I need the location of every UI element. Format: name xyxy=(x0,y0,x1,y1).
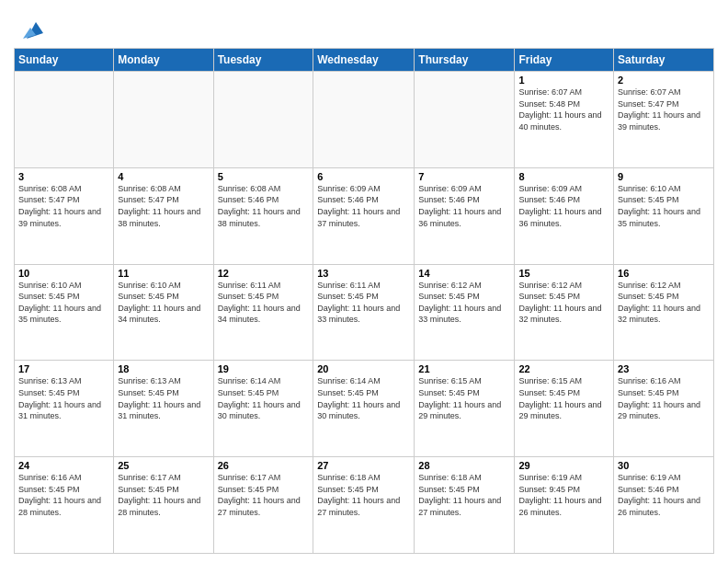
logo-text xyxy=(14,13,45,40)
calendar-cell: 9Sunrise: 6:10 AM Sunset: 5:45 PM Daylig… xyxy=(614,167,714,264)
day-number: 10 xyxy=(18,268,109,279)
day-info: Sunrise: 6:10 AM Sunset: 5:45 PM Dayligh… xyxy=(618,183,710,229)
day-number: 23 xyxy=(618,363,710,374)
day-info: Sunrise: 6:07 AM Sunset: 5:48 PM Dayligh… xyxy=(518,86,609,132)
calendar-cell: 23Sunrise: 6:16 AM Sunset: 5:45 PM Dayli… xyxy=(614,361,714,457)
calendar-cell: 15Sunrise: 6:12 AM Sunset: 5:45 PM Dayli… xyxy=(515,264,614,361)
calendar-cell: 29Sunrise: 6:19 AM Sunset: 9:45 PM Dayli… xyxy=(515,457,614,554)
calendar-cell: 25Sunrise: 6:17 AM Sunset: 5:45 PM Dayli… xyxy=(114,457,213,554)
day-info: Sunrise: 6:16 AM Sunset: 5:45 PM Dayligh… xyxy=(618,375,710,421)
calendar-cell xyxy=(213,72,313,168)
calendar-cell: 1Sunrise: 6:07 AM Sunset: 5:48 PM Daylig… xyxy=(515,72,614,168)
calendar-cell: 26Sunrise: 6:17 AM Sunset: 5:45 PM Dayli… xyxy=(213,457,313,554)
day-info: Sunrise: 6:13 AM Sunset: 5:45 PM Dayligh… xyxy=(118,375,209,421)
calendar-cell: 4Sunrise: 6:08 AM Sunset: 5:47 PM Daylig… xyxy=(114,167,213,264)
day-number: 5 xyxy=(218,171,310,182)
calendar-cell: 12Sunrise: 6:11 AM Sunset: 5:45 PM Dayli… xyxy=(213,264,313,361)
day-info: Sunrise: 6:09 AM Sunset: 5:46 PM Dayligh… xyxy=(518,183,609,229)
calendar-cell: 22Sunrise: 6:15 AM Sunset: 5:45 PM Dayli… xyxy=(515,361,614,457)
calendar: SundayMondayTuesdayWednesdayThursdayFrid… xyxy=(14,48,714,554)
calendar-header-row: SundayMondayTuesdayWednesdayThursdayFrid… xyxy=(15,49,714,72)
calendar-cell xyxy=(415,72,515,168)
day-number: 15 xyxy=(518,268,609,279)
calendar-cell: 11Sunrise: 6:10 AM Sunset: 5:45 PM Dayli… xyxy=(114,264,213,361)
day-info: Sunrise: 6:11 AM Sunset: 5:45 PM Dayligh… xyxy=(317,280,410,326)
logo-icon xyxy=(17,13,45,40)
day-number: 17 xyxy=(18,363,109,374)
calendar-cell xyxy=(15,72,114,168)
day-info: Sunrise: 6:10 AM Sunset: 5:45 PM Dayligh… xyxy=(18,280,109,326)
day-info: Sunrise: 6:18 AM Sunset: 5:45 PM Dayligh… xyxy=(317,472,410,518)
calendar-header-friday: Friday xyxy=(515,49,614,72)
calendar-week-row: 24Sunrise: 6:16 AM Sunset: 5:45 PM Dayli… xyxy=(15,457,714,554)
calendar-cell: 20Sunrise: 6:14 AM Sunset: 5:45 PM Dayli… xyxy=(313,361,415,457)
calendar-cell: 8Sunrise: 6:09 AM Sunset: 5:46 PM Daylig… xyxy=(515,167,614,264)
calendar-header-saturday: Saturday xyxy=(614,49,714,72)
day-number: 24 xyxy=(18,460,109,471)
calendar-week-row: 1Sunrise: 6:07 AM Sunset: 5:48 PM Daylig… xyxy=(15,72,714,168)
calendar-cell: 18Sunrise: 6:13 AM Sunset: 5:45 PM Dayli… xyxy=(114,361,213,457)
day-info: Sunrise: 6:12 AM Sunset: 5:45 PM Dayligh… xyxy=(418,280,510,326)
calendar-cell: 21Sunrise: 6:15 AM Sunset: 5:45 PM Dayli… xyxy=(415,361,515,457)
day-number: 30 xyxy=(618,460,710,471)
day-number: 13 xyxy=(317,268,410,279)
calendar-cell: 2Sunrise: 6:07 AM Sunset: 5:47 PM Daylig… xyxy=(614,72,714,168)
day-info: Sunrise: 6:09 AM Sunset: 5:46 PM Dayligh… xyxy=(418,183,510,229)
calendar-cell: 30Sunrise: 6:19 AM Sunset: 5:46 PM Dayli… xyxy=(614,457,714,554)
day-number: 1 xyxy=(518,75,609,86)
day-info: Sunrise: 6:12 AM Sunset: 5:45 PM Dayligh… xyxy=(618,280,710,326)
day-number: 2 xyxy=(618,75,710,86)
calendar-cell: 27Sunrise: 6:18 AM Sunset: 5:45 PM Dayli… xyxy=(313,457,415,554)
calendar-header-wednesday: Wednesday xyxy=(313,49,415,72)
day-info: Sunrise: 6:14 AM Sunset: 5:45 PM Dayligh… xyxy=(218,375,310,421)
day-number: 4 xyxy=(118,171,209,182)
calendar-header-monday: Monday xyxy=(114,49,213,72)
day-number: 9 xyxy=(618,171,710,182)
calendar-cell: 16Sunrise: 6:12 AM Sunset: 5:45 PM Dayli… xyxy=(614,264,714,361)
day-number: 12 xyxy=(218,268,310,279)
day-info: Sunrise: 6:08 AM Sunset: 5:46 PM Dayligh… xyxy=(218,183,310,229)
day-number: 3 xyxy=(18,171,109,182)
day-number: 29 xyxy=(518,460,609,471)
day-info: Sunrise: 6:13 AM Sunset: 5:45 PM Dayligh… xyxy=(18,375,109,421)
calendar-header-thursday: Thursday xyxy=(415,49,515,72)
day-number: 25 xyxy=(118,460,209,471)
calendar-cell: 14Sunrise: 6:12 AM Sunset: 5:45 PM Dayli… xyxy=(415,264,515,361)
day-info: Sunrise: 6:16 AM Sunset: 5:45 PM Dayligh… xyxy=(18,472,109,518)
day-info: Sunrise: 6:19 AM Sunset: 9:45 PM Dayligh… xyxy=(518,472,609,518)
day-number: 6 xyxy=(317,171,410,182)
calendar-week-row: 10Sunrise: 6:10 AM Sunset: 5:45 PM Dayli… xyxy=(15,264,714,361)
calendar-week-row: 17Sunrise: 6:13 AM Sunset: 5:45 PM Dayli… xyxy=(15,361,714,457)
day-number: 7 xyxy=(418,171,510,182)
day-info: Sunrise: 6:19 AM Sunset: 5:46 PM Dayligh… xyxy=(618,472,710,518)
logo xyxy=(14,13,45,40)
calendar-cell: 10Sunrise: 6:10 AM Sunset: 5:45 PM Dayli… xyxy=(15,264,114,361)
header xyxy=(14,9,714,40)
calendar-week-row: 3Sunrise: 6:08 AM Sunset: 5:47 PM Daylig… xyxy=(15,167,714,264)
calendar-cell: 3Sunrise: 6:08 AM Sunset: 5:47 PM Daylig… xyxy=(15,167,114,264)
calendar-cell: 19Sunrise: 6:14 AM Sunset: 5:45 PM Dayli… xyxy=(213,361,313,457)
calendar-cell xyxy=(313,72,415,168)
day-info: Sunrise: 6:15 AM Sunset: 5:45 PM Dayligh… xyxy=(518,375,609,421)
calendar-cell: 17Sunrise: 6:13 AM Sunset: 5:45 PM Dayli… xyxy=(15,361,114,457)
day-number: 14 xyxy=(418,268,510,279)
day-info: Sunrise: 6:17 AM Sunset: 5:45 PM Dayligh… xyxy=(218,472,310,518)
calendar-cell: 24Sunrise: 6:16 AM Sunset: 5:45 PM Dayli… xyxy=(15,457,114,554)
day-info: Sunrise: 6:15 AM Sunset: 5:45 PM Dayligh… xyxy=(418,375,510,421)
day-number: 18 xyxy=(118,363,209,374)
day-number: 11 xyxy=(118,268,209,279)
day-info: Sunrise: 6:18 AM Sunset: 5:45 PM Dayligh… xyxy=(418,472,510,518)
day-info: Sunrise: 6:08 AM Sunset: 5:47 PM Dayligh… xyxy=(118,183,209,229)
day-info: Sunrise: 6:09 AM Sunset: 5:46 PM Dayligh… xyxy=(317,183,410,229)
day-number: 16 xyxy=(618,268,710,279)
day-info: Sunrise: 6:14 AM Sunset: 5:45 PM Dayligh… xyxy=(317,375,410,421)
calendar-cell: 28Sunrise: 6:18 AM Sunset: 5:45 PM Dayli… xyxy=(415,457,515,554)
calendar-cell xyxy=(114,72,213,168)
calendar-cell: 7Sunrise: 6:09 AM Sunset: 5:46 PM Daylig… xyxy=(415,167,515,264)
calendar-cell: 13Sunrise: 6:11 AM Sunset: 5:45 PM Dayli… xyxy=(313,264,415,361)
day-info: Sunrise: 6:12 AM Sunset: 5:45 PM Dayligh… xyxy=(518,280,609,326)
calendar-header-sunday: Sunday xyxy=(15,49,114,72)
day-number: 8 xyxy=(518,171,609,182)
page: SundayMondayTuesdayWednesdayThursdayFrid… xyxy=(0,0,728,563)
day-number: 26 xyxy=(218,460,310,471)
